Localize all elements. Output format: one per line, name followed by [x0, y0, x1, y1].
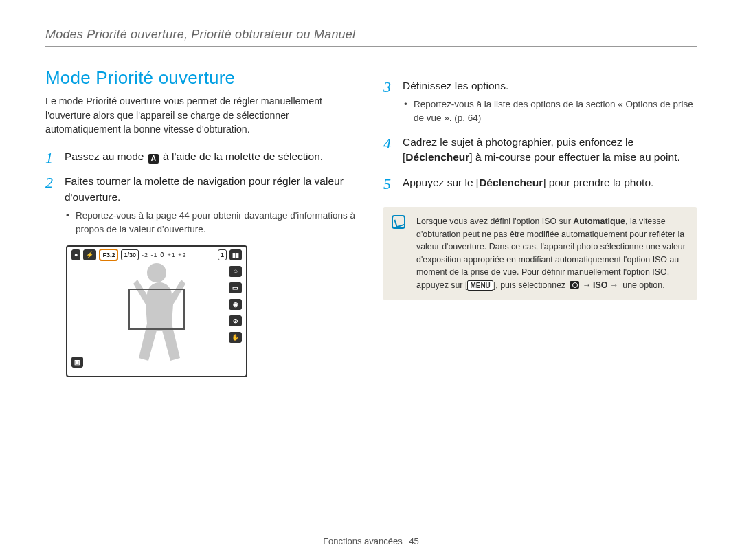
flash-charge-icon: ⚡	[83, 249, 96, 260]
header-divider	[45, 46, 697, 47]
step-2: Faites tourner la molette de navigation …	[45, 174, 359, 236]
lcd-left-icon: ▣	[71, 357, 83, 368]
camera-icon	[570, 281, 579, 289]
note-text-post2: une option.	[620, 280, 665, 290]
mode-indicator-icon: ●	[71, 249, 80, 260]
step-5-text-post: ] pour prendre la photo.	[543, 177, 653, 188]
note-box: Lorsque vous avez défini l'option ISO su…	[383, 207, 697, 300]
page-number: 45	[409, 536, 418, 546]
step-3-sub-item: Reportez-vous à la liste des options de …	[403, 98, 697, 124]
camera-lcd-illustration: ● ⚡ F3.2 1/30 -2 -1 0̇ +1 +2 1 ▮▮	[66, 245, 247, 377]
focus-frame	[128, 289, 185, 330]
step-2-sub-item: Reportez-vous à la page 44 pour obtenir …	[65, 209, 359, 236]
step-4-shutter-label: Déclencheur	[405, 151, 469, 163]
mode-a-icon: A	[148, 154, 159, 164]
aperture-value: F3.2	[99, 249, 118, 261]
manual-page: Modes Priorité ouverture, Priorité obtur…	[0, 0, 742, 560]
stabilizer-icon: ✋	[229, 332, 242, 343]
step-4: Cadrez le sujet à photographier, puis en…	[383, 135, 697, 166]
note-iso-label: ISO	[593, 280, 607, 290]
step-2-sublist: Reportez-vous à la page 44 pour obtenir …	[65, 205, 359, 236]
metering-icon: ◉	[229, 299, 242, 310]
arrow-icon: →	[583, 280, 591, 290]
shots-remaining: 1	[218, 249, 227, 260]
note-auto-label: Automatique	[573, 216, 625, 226]
steps-list-right: Définissez les options. Reportez-vous à …	[383, 78, 697, 190]
step-5: Appuyez sur le [Déclencheur] pour prendr…	[383, 175, 697, 190]
section-intro: Le mode Priorité ouverture vous permet d…	[45, 94, 359, 137]
menu-button-icon: MENU	[467, 280, 493, 291]
steps-list-left: Passez au mode A à l'aide de la molette …	[45, 149, 359, 236]
step-1-text-post: à l'aide de la molette de sélection.	[160, 150, 323, 162]
section-title: Mode Priorité ouverture	[45, 67, 359, 89]
step-3-sublist: Reportez-vous à la liste des options de …	[403, 93, 697, 124]
note-text-pre: Lorsque vous avez défini l'option ISO su…	[416, 216, 573, 226]
note-text-post1: ], puis sélectionnez	[493, 280, 568, 290]
exposure-scale: -2 -1 0̇ +1 +2	[142, 251, 187, 258]
step-2-text: Faites tourner la molette de navigation …	[65, 175, 344, 202]
step-4-text-post: ] à mi-course pour effectuer la mise au …	[469, 151, 679, 163]
two-column-layout: Mode Priorité ouverture Le mode Priorité…	[45, 66, 697, 377]
footer-section-label: Fonctions avancées	[323, 536, 403, 546]
page-footer: Fonctions avancées 45	[0, 536, 742, 546]
step-3: Définissez les options. Reportez-vous à …	[383, 78, 697, 125]
step-5-text-pre: Appuyez sur le [	[403, 177, 479, 188]
step-3-text: Définissez les options.	[403, 80, 508, 91]
flash-mode-icon: ⊘	[229, 315, 242, 326]
drive-mode-icon: ▣	[71, 357, 83, 368]
battery-icon: ▮▮	[229, 249, 242, 260]
arrow-icon-2: →	[609, 280, 618, 290]
lcd-right-icons: ☺ ▭ ◉ ⊘ ✋	[229, 266, 242, 343]
face-detect-icon: ☺	[229, 266, 242, 277]
note-icon	[392, 215, 405, 229]
photo-size-icon: ▭	[229, 282, 242, 293]
header-breadcrumb: Modes Priorité ouverture, Priorité obtur…	[45, 27, 697, 46]
right-column: Définissez les options. Reportez-vous à …	[383, 66, 697, 377]
step-1-text-pre: Passez au mode	[65, 150, 147, 162]
step-5-shutter-label: Déclencheur	[479, 177, 543, 188]
step-1: Passez au mode A à l'aide de la molette …	[45, 149, 359, 164]
note-text-mid: , la vitesse d'obturation peut ne pas êt…	[416, 216, 686, 290]
left-column: Mode Priorité ouverture Le mode Priorité…	[45, 66, 359, 377]
